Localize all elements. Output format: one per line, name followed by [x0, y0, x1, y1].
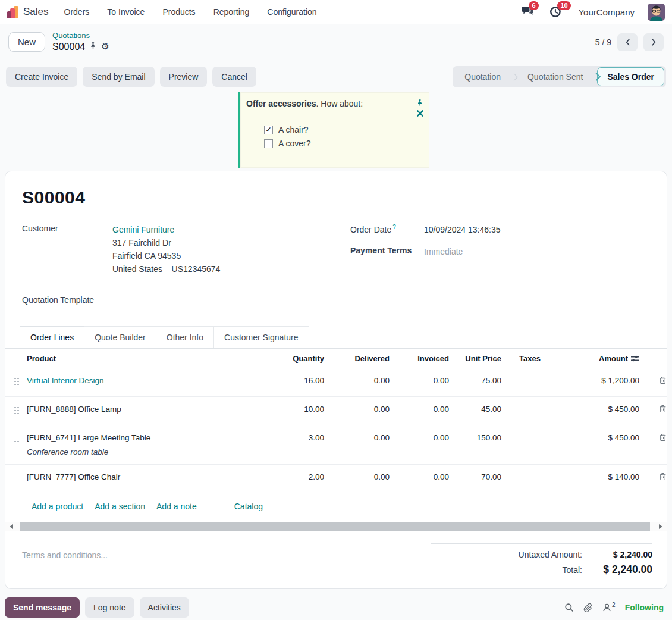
user-avatar[interactable]	[648, 4, 665, 21]
gear-icon[interactable]: ⚙	[101, 42, 109, 51]
new-button[interactable]: New	[8, 32, 45, 52]
tab-order-lines[interactable]: Order Lines	[20, 326, 84, 349]
cell-quantity[interactable]: 16.00	[241, 368, 324, 397]
scrollbar-thumb[interactable]	[20, 522, 650, 531]
pager-previous-button[interactable]	[617, 33, 638, 51]
cell-taxes[interactable]	[501, 397, 573, 425]
order-date-value[interactable]: 10/09/2024 13:46:35	[424, 223, 500, 236]
order-lines-table: Product Quantity Delivered Invoiced Unit…	[5, 349, 667, 493]
messages-icon[interactable]: 6	[521, 5, 536, 18]
log-note-button[interactable]: Log note	[85, 597, 134, 618]
delete-line-icon[interactable]	[659, 472, 667, 481]
app-logo-icon[interactable]	[7, 5, 18, 18]
catalog-link[interactable]: Catalog	[234, 502, 263, 511]
cell-delivered[interactable]: 0.00	[324, 397, 390, 425]
status-quotation[interactable]: Quotation	[454, 68, 511, 85]
scroll-right-icon[interactable]	[659, 524, 662, 529]
cell-invoiced[interactable]: 0.00	[390, 397, 449, 425]
product-name[interactable]: [FURN_7777] Office Chair	[27, 472, 120, 481]
status-sales-order[interactable]: Sales Order	[597, 67, 664, 86]
cell-delivered[interactable]: 0.00	[324, 465, 390, 493]
column-amount[interactable]: Amount	[573, 349, 639, 368]
payment-terms-label: Payment Terms	[350, 245, 424, 258]
search-messages-icon[interactable]	[564, 603, 574, 612]
menu-reporting[interactable]: Reporting	[213, 7, 250, 17]
order-line-row[interactable]: Virtual Interior Design 16.00 0.00 0.00 …	[5, 368, 667, 397]
send-message-button[interactable]: Send message	[5, 597, 80, 618]
note-close-icon[interactable]	[417, 110, 423, 117]
activities-clock-icon[interactable]: 10	[549, 5, 565, 18]
horizontal-scrollbar[interactable]	[5, 522, 667, 531]
menu-orders[interactable]: Orders	[64, 7, 90, 17]
cell-quantity[interactable]: 2.00	[241, 465, 324, 493]
column-delivered[interactable]: Delivered	[324, 349, 390, 368]
terms-placeholder[interactable]: Terms and conditions...	[22, 543, 108, 580]
order-line-row[interactable]: [FURN_8888] Office Lamp 10.00 0.00 0.00 …	[5, 397, 667, 425]
drag-handle[interactable]	[14, 474, 19, 483]
optional-columns-icon[interactable]	[630, 355, 639, 362]
create-invoice-button[interactable]: Create Invoice	[6, 67, 77, 87]
cell-unit-price[interactable]: 70.00	[449, 465, 501, 493]
note-checkbox-cover[interactable]	[264, 139, 273, 148]
cell-quantity[interactable]: 10.00	[241, 397, 324, 425]
cell-unit-price[interactable]: 75.00	[449, 368, 501, 397]
product-description[interactable]: Conference room table	[27, 447, 241, 456]
followers-icon[interactable]: 2	[602, 603, 616, 612]
customer-link[interactable]: Gemini Furniture	[112, 225, 174, 234]
scroll-left-icon[interactable]	[10, 524, 13, 529]
cell-taxes[interactable]	[501, 368, 573, 397]
drag-handle[interactable]	[14, 406, 19, 415]
cell-delivered[interactable]: 0.00	[324, 368, 390, 397]
status-quotation-sent[interactable]: Quotation Sent	[517, 68, 593, 85]
attachments-icon[interactable]	[583, 603, 593, 613]
tab-customer-signature[interactable]: Customer Signature	[214, 326, 309, 348]
menu-to-invoice[interactable]: To Invoice	[107, 7, 145, 17]
delete-line-icon[interactable]	[659, 405, 667, 413]
cell-invoiced[interactable]: 0.00	[390, 425, 449, 465]
totals-block: Untaxed Amount: $ 2,240.00 Total: $ 2,24…	[431, 543, 652, 580]
column-quantity[interactable]: Quantity	[241, 349, 324, 368]
cell-quantity[interactable]: 3.00	[241, 425, 324, 465]
delete-line-icon[interactable]	[659, 433, 667, 441]
add-product-link[interactable]: Add a product	[32, 502, 83, 511]
cell-invoiced[interactable]: 0.00	[390, 465, 449, 493]
drag-handle[interactable]	[14, 434, 19, 444]
tab-other-info[interactable]: Other Info	[156, 326, 214, 348]
column-unit-price[interactable]: Unit Price	[449, 349, 501, 368]
app-name[interactable]: Sales	[23, 6, 49, 18]
order-line-row[interactable]: [FURN_7777] Office Chair 2.00 0.00 0.00 …	[5, 465, 667, 493]
breadcrumb-quotations[interactable]: Quotations	[52, 31, 109, 40]
cell-unit-price[interactable]: 150.00	[449, 425, 501, 465]
drag-handle[interactable]	[14, 377, 19, 387]
company-name[interactable]: YourCompany	[578, 7, 635, 17]
menu-products[interactable]: Products	[162, 7, 195, 17]
add-note-link[interactable]: Add a note	[156, 502, 197, 511]
menu-configuration[interactable]: Configuration	[267, 7, 316, 17]
preview-button[interactable]: Preview	[160, 67, 208, 87]
delete-line-icon[interactable]	[659, 376, 667, 384]
tab-quote-builder[interactable]: Quote Builder	[84, 326, 156, 348]
sticky-note: Offer accessories. How about: ✓ A chair?…	[238, 92, 429, 168]
column-product[interactable]: Product	[27, 349, 241, 368]
pin-icon[interactable]	[89, 41, 97, 53]
following-button[interactable]: Following	[625, 603, 664, 612]
add-section-link[interactable]: Add a section	[95, 502, 145, 511]
cell-taxes[interactable]	[501, 465, 573, 493]
product-name[interactable]: [FURN_6741] Large Meeting Table	[27, 433, 150, 442]
pager-next-button[interactable]	[643, 33, 664, 51]
note-checkbox-chair[interactable]: ✓	[264, 126, 273, 134]
cancel-button[interactable]: Cancel	[212, 67, 256, 87]
product-name[interactable]: [FURN_8888] Office Lamp	[27, 405, 121, 414]
send-by-email-button[interactable]: Send by Email	[83, 67, 154, 87]
product-link[interactable]: Virtual Interior Design	[27, 376, 104, 385]
column-taxes[interactable]: Taxes	[501, 349, 573, 368]
order-line-row[interactable]: [FURN_6741] Large Meeting Table Conferen…	[5, 425, 667, 465]
column-invoiced[interactable]: Invoiced	[390, 349, 449, 368]
note-pin-icon[interactable]	[416, 99, 423, 107]
activities-button[interactable]: Activities	[140, 597, 189, 618]
payment-terms-value[interactable]: Immediate	[424, 245, 463, 258]
cell-taxes[interactable]	[501, 425, 573, 465]
cell-delivered[interactable]: 0.00	[324, 425, 390, 465]
cell-invoiced[interactable]: 0.00	[390, 368, 449, 397]
cell-unit-price[interactable]: 45.00	[449, 397, 501, 425]
